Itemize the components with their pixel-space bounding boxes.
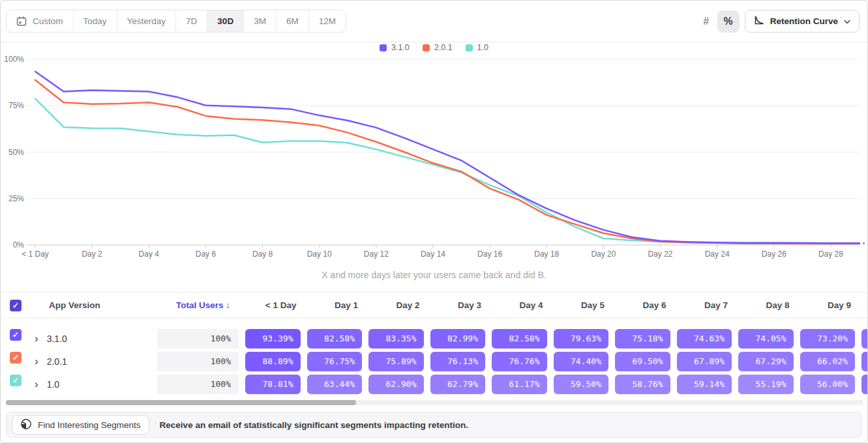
chart-type-dropdown[interactable]: Retention Curve — [745, 10, 860, 33]
svg-text:Day 10: Day 10 — [307, 250, 332, 259]
retention-value-chip[interactable]: 82.58% — [307, 329, 363, 349]
horizontal-scrollbar-track[interactable] — [6, 400, 863, 405]
row-checkbox[interactable]: ✓ — [10, 375, 22, 386]
header-checkbox-cell: ✓ — [1, 300, 29, 311]
row-name-cell: › 1.0 — [29, 375, 157, 394]
svg-text:Day 14: Day 14 — [421, 250, 445, 259]
row-checkbox[interactable]: ✓ — [10, 329, 22, 341]
svg-text:50%: 50% — [8, 148, 24, 157]
calendar-icon — [16, 16, 27, 26]
svg-text:Day 8: Day 8 — [252, 250, 273, 259]
retention-value-chip[interactable]: 76.76% — [492, 352, 547, 371]
day-column-header: Day 8 — [732, 300, 794, 310]
segments-button-label: Find Interesting Segments — [38, 420, 141, 430]
retention-value-chip[interactable]: 78.81% — [245, 375, 301, 394]
segments-footer: Find Interesting Segments Receive an ema… — [6, 412, 862, 438]
svg-text:Day 2: Day 2 — [82, 250, 102, 259]
retention-value-chip[interactable]: 58.76% — [615, 375, 670, 394]
find-interesting-segments-button[interactable]: Find Interesting Segments — [12, 415, 149, 435]
retention-value-chip[interactable]: 83.35% — [368, 329, 424, 349]
svg-text:0%: 0% — [13, 240, 25, 250]
svg-text:Day 18: Day 18 — [534, 250, 559, 259]
retention-value-chip[interactable]: 61.17% — [492, 375, 547, 394]
expand-chevron-icon[interactable]: › — [35, 333, 38, 344]
date-range-button-custom[interactable]: Custom — [7, 10, 74, 32]
svg-text:Day 24: Day 24 — [705, 250, 730, 259]
svg-text:Day 6: Day 6 — [196, 250, 217, 259]
legend-label: 3.1.0 — [391, 43, 410, 52]
day-column-header: Day 3 — [424, 300, 486, 310]
retention-value-chip[interactable]: 75.89% — [368, 352, 424, 371]
retention-value-chip[interactable]: 67.89% — [677, 352, 732, 371]
date-range-button-today[interactable]: Today — [74, 10, 117, 32]
legend-item-1.0[interactable]: 1.0 — [466, 43, 488, 52]
table-row-3.1.0: ✓ › 3.1.0 100% 93.39%82.58%83.35%82.99%8… — [1, 329, 867, 352]
retention-value-chip[interactable]: 74.63% — [677, 329, 732, 349]
value-mode-toggle: # % — [695, 10, 740, 33]
retention-table: ✓ App Version Total Users ↓ < 1 DayDay 1… — [1, 292, 867, 397]
retention-value-chip[interactable]: 82.99% — [430, 329, 486, 349]
retention-value-chip[interactable]: 59.14% — [677, 375, 732, 394]
row-checkbox[interactable]: ✓ — [10, 352, 22, 364]
footer-message: Receive an email of statistically signif… — [160, 420, 468, 430]
app-version-label: 1.0 — [47, 379, 59, 390]
retention-value-chip[interactable] — [861, 352, 867, 371]
retention-value-chip[interactable]: 69.50% — [615, 352, 670, 371]
date-range-button-3m[interactable]: 3M — [244, 10, 277, 32]
table-body: ✓ › 3.1.0 100% 93.39%82.58%83.35%82.99%8… — [1, 319, 867, 397]
day-column-header: Day 1 — [301, 300, 363, 310]
total-users-header[interactable]: Total Users ↓ — [157, 300, 239, 310]
table-header-row: ✓ App Version Total Users ↓ < 1 DayDay 1… — [1, 293, 867, 319]
retention-value-chip[interactable]: 56.00% — [800, 375, 856, 394]
expand-chevron-icon[interactable]: › — [35, 379, 38, 390]
chevron-down-icon — [844, 16, 850, 26]
legend-item-3.1.0[interactable]: 3.1.0 — [380, 43, 410, 52]
retention-value-chip[interactable]: 74.05% — [738, 329, 794, 349]
date-range-button-7d[interactable]: 7D — [176, 10, 207, 32]
horizontal-scrollbar-thumb[interactable] — [6, 400, 356, 405]
retention-value-chip[interactable] — [861, 329, 867, 349]
retention-value-chip[interactable]: 79.63% — [554, 329, 609, 349]
legend-swatch — [466, 44, 473, 51]
retention-value-chip[interactable]: 67.29% — [738, 352, 794, 371]
legend-swatch — [423, 44, 430, 51]
retention-value-chip[interactable]: 76.75% — [307, 352, 363, 371]
select-all-checkbox[interactable]: ✓ — [10, 300, 22, 311]
svg-text:Day 20: Day 20 — [591, 250, 616, 259]
expand-chevron-icon[interactable]: › — [35, 356, 38, 367]
table-row-2.0.1: ✓ › 2.0.1 100% 88.89%76.75%75.89%76.13%7… — [1, 352, 867, 375]
svg-text:Day 28: Day 28 — [818, 250, 843, 259]
day-column-header: Day 9 — [794, 300, 856, 310]
retention-value-chip[interactable] — [861, 375, 867, 394]
retention-line-chart: 0%25%50%75%100%< 1 DayDay 2Day 4Day 6Day… — [1, 42, 868, 264]
date-range-button-6m[interactable]: 6M — [277, 10, 309, 32]
retention-value-chip[interactable]: 73.20% — [800, 329, 856, 349]
retention-value-chip[interactable]: 93.39% — [245, 329, 301, 349]
legend-item-2.0.1[interactable]: 2.0.1 — [423, 43, 453, 52]
retention-value-chip[interactable]: 62.90% — [368, 375, 424, 394]
retention-value-chip[interactable]: 66.02% — [800, 352, 856, 371]
retention-value-chip[interactable]: 59.50% — [554, 375, 609, 394]
retention-value-chip[interactable]: 88.89% — [245, 352, 301, 371]
svg-text:Day 12: Day 12 — [364, 250, 389, 259]
svg-text:Day 16: Day 16 — [477, 250, 502, 259]
svg-text:25%: 25% — [8, 194, 24, 203]
row-name-cell: › 2.0.1 — [29, 352, 157, 371]
retention-value-chip[interactable]: 75.18% — [615, 329, 670, 349]
retention-value-chip[interactable]: 62.79% — [430, 375, 486, 394]
retention-value-chip[interactable]: 55.19% — [738, 375, 794, 394]
retention-value-chip[interactable]: 74.40% — [554, 352, 609, 371]
retention-value-chip[interactable]: 82.58% — [492, 329, 547, 349]
table-row-1.0: ✓ › 1.0 100% 78.81%63.44%62.90%62.79%61.… — [1, 375, 867, 397]
date-range-button-12m[interactable]: 12M — [309, 10, 346, 32]
app-version-label: 3.1.0 — [47, 334, 67, 344]
number-mode-button[interactable]: # — [695, 10, 717, 33]
retention-value-chip[interactable]: 76.13% — [430, 352, 486, 371]
chart-type-label: Retention Curve — [770, 16, 838, 26]
retention-value-chip[interactable]: 63.44% — [307, 375, 363, 394]
date-range-button-30d[interactable]: 30D — [207, 10, 244, 32]
svg-text:100%: 100% — [4, 55, 24, 64]
percent-mode-button[interactable]: % — [717, 10, 740, 33]
date-range-button-yesterday[interactable]: Yesterday — [117, 10, 177, 32]
svg-text:Day 4: Day 4 — [139, 250, 160, 259]
